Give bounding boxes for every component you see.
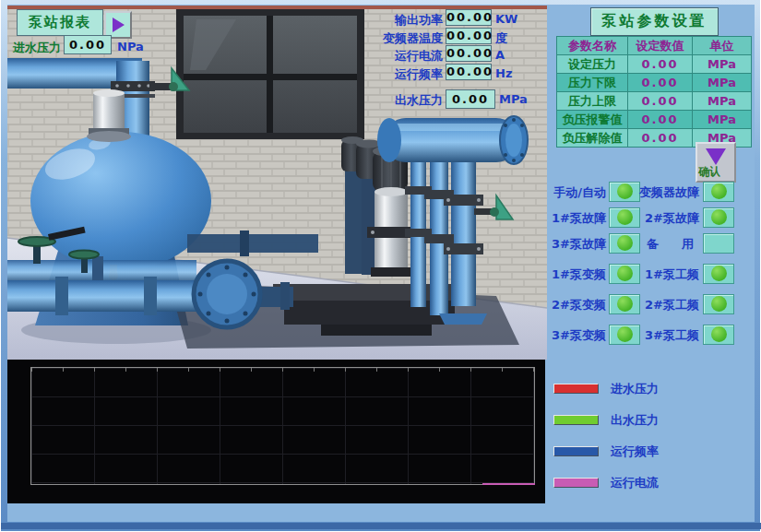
lamp-vfd-fault	[703, 182, 734, 202]
run-freq-value: 00.00	[446, 64, 492, 80]
inlet-pressure-unit: NPa	[117, 40, 144, 53]
trend-chart	[7, 360, 545, 503]
output-power-label: 输出功率	[341, 12, 443, 29]
status-label-pump1-vfd: 1#泵变频	[540, 266, 606, 283]
trend-axis-ticks	[31, 368, 534, 372]
param-name: 压力上限	[557, 92, 628, 111]
param-unit: MPa	[693, 74, 752, 92]
lamp-pump2-mains	[703, 294, 734, 314]
trend-trace-run-current	[482, 483, 535, 485]
report-button-label: 泵站报表	[29, 14, 91, 31]
param-name: 负压报警值	[557, 111, 628, 129]
status-label-pump2-mains: 2#泵工频	[635, 297, 699, 313]
output-power-unit: KW	[495, 12, 517, 26]
trend-plot-area	[30, 367, 535, 485]
status-label-pump1-mains: 1#泵工频	[635, 266, 699, 283]
outlet-pressure-value: 0.00	[446, 89, 495, 109]
lamp-spare	[703, 233, 734, 254]
legend-label-outlet-pressure: 出水压力	[611, 412, 659, 429]
run-current-value: 00.00	[446, 45, 492, 62]
param-value[interactable]: 0.00	[628, 74, 693, 92]
col-unit: 单位	[693, 37, 752, 55]
param-unit: MPa	[693, 92, 752, 111]
param-value[interactable]: 0.00	[628, 92, 693, 111]
run-current-unit: A	[495, 48, 505, 62]
status-label-spare: 备 用	[635, 236, 699, 253]
outlet-pressure-unit: MPa	[499, 92, 528, 106]
param-unit: MPa	[693, 111, 752, 129]
lamp-dot	[617, 326, 633, 342]
confirm-button-label: 确认	[698, 164, 720, 180]
param-row-vacuum-alarm: 负压报警值 0.00 MPa	[557, 111, 752, 129]
legend-swatch-inlet-pressure	[553, 384, 599, 394]
param-value[interactable]: 0.00	[628, 55, 693, 74]
status-label-pump3-fault: 3#泵故障	[540, 236, 606, 253]
run-freq-label: 运行频率	[341, 66, 443, 83]
param-name: 负压解除值	[557, 129, 628, 148]
status-label-pump3-mains: 3#泵工频	[635, 327, 699, 344]
lamp-dot	[711, 266, 727, 281]
legend-swatch-run-current	[553, 478, 599, 488]
param-value[interactable]: 0.00	[628, 129, 693, 148]
run-freq-unit: Hz	[495, 66, 512, 80]
legend-swatch-outlet-pressure	[553, 415, 599, 425]
lamp-dot	[617, 235, 633, 251]
lamp-dot	[617, 266, 633, 281]
legend-swatch-run-frequency	[553, 446, 599, 456]
parameter-table: 参数名称 设定数值 单位 设定压力 0.00 MPa 压力下限 0.00 MPa…	[556, 36, 752, 148]
legend-label-run-frequency: 运行频率	[611, 443, 659, 460]
run-current-label: 运行电流	[341, 48, 443, 65]
bottom-border	[1, 523, 761, 529]
lamp-dot	[711, 296, 727, 312]
param-row-pressure-high: 压力上限 0.00 MPa	[557, 92, 752, 111]
status-label-vfd-fault: 变频器故障	[635, 184, 699, 201]
param-row-pressure-low: 压力下限 0.00 MPa	[557, 74, 752, 92]
lamp-dot	[617, 183, 633, 199]
inlet-pressure-value: 0.00	[64, 35, 112, 54]
status-label-pump2-vfd: 2#泵变频	[540, 297, 606, 313]
col-param-name: 参数名称	[557, 37, 628, 55]
col-set-value: 设定数值	[628, 37, 693, 55]
play-arrow-icon	[113, 18, 125, 32]
lamp-dot	[711, 183, 727, 199]
vfd-temp-value: 00.00	[446, 28, 492, 44]
vfd-temp-unit: 度	[495, 30, 507, 47]
lamp-pump2-fault	[703, 207, 734, 228]
lamp-dot	[711, 209, 727, 225]
param-row-set-pressure: 设定压力 0.00 MPa	[557, 55, 752, 74]
param-value[interactable]: 0.00	[628, 111, 693, 129]
param-name: 压力下限	[557, 74, 628, 92]
parameter-table-header: 参数名称 设定数值 单位	[557, 37, 752, 55]
status-label-pump1-fault: 1#泵故障	[540, 210, 606, 227]
lamp-pump1-mains	[703, 264, 734, 284]
param-unit: MPa	[693, 55, 752, 74]
lamp-pump3-mains	[703, 325, 734, 345]
confirm-button[interactable]: 确认	[696, 142, 736, 183]
legend-label-inlet-pressure: 进水压力	[611, 381, 659, 397]
lamp-dot	[617, 209, 633, 225]
status-label-pump2-fault: 2#泵故障	[635, 210, 699, 227]
lamp-dot	[617, 296, 633, 312]
lamp-dot	[711, 326, 727, 342]
param-name: 设定压力	[557, 55, 628, 74]
status-label-auto-manual: 手动/自动	[540, 184, 606, 201]
inlet-pressure-label: 进水压力	[13, 40, 61, 56]
settings-panel-title: 泵站参数设置	[590, 7, 719, 36]
report-button[interactable]: 泵站报表	[17, 9, 103, 36]
confirm-down-arrow-icon	[706, 148, 726, 165]
status-label-pump3-vfd: 3#泵变频	[540, 327, 606, 344]
legend-label-run-current: 运行电流	[611, 475, 659, 491]
output-power-value: 00.00	[446, 9, 492, 26]
outlet-pressure-label: 出水压力	[341, 92, 443, 109]
vfd-temp-label: 变频器温度	[341, 30, 443, 47]
